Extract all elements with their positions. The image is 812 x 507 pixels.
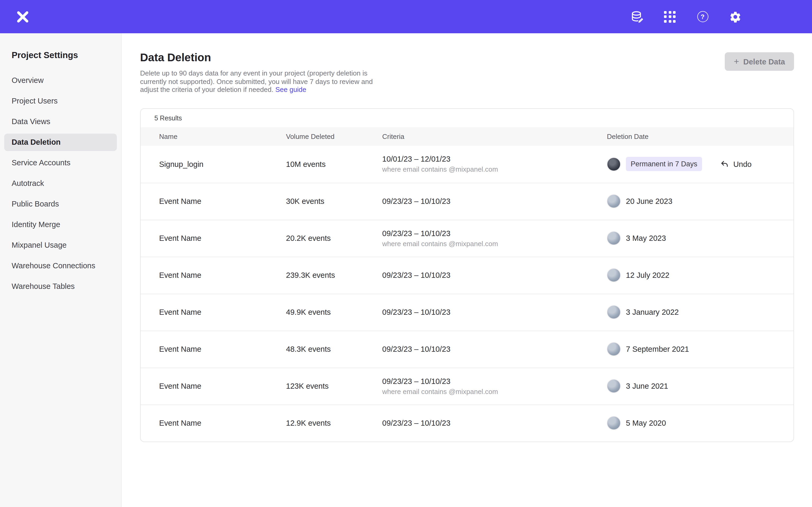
column-header-volume-deleted: Volume Deleted	[286, 127, 382, 146]
row-criteria: 09/23/23 – 10/10/23where email contains …	[382, 229, 607, 247]
table-row: Event Name239.3K events09/23/23 – 10/10/…	[141, 257, 794, 293]
row-volume: 12.9K events	[286, 419, 382, 427]
row-criteria: 09/23/23 – 10/10/23	[382, 308, 607, 316]
criteria-range: 09/23/23 – 10/10/23	[382, 197, 602, 206]
row-criteria: 09/23/23 – 10/10/23	[382, 271, 607, 279]
page-description: Delete up to 90 days data for any event …	[140, 69, 375, 94]
row-deletion-date: 20 June 2023	[607, 194, 783, 208]
avatar	[607, 305, 621, 319]
sidebar-item-project-users[interactable]: Project Users	[4, 93, 117, 110]
row-deletion-date: 3 June 2021	[607, 379, 783, 393]
help-glyph: ?	[697, 11, 708, 22]
sidebar-item-autotrack[interactable]: Autotrack	[4, 175, 117, 192]
avatar	[607, 194, 621, 208]
avatar	[607, 231, 621, 245]
undo-button[interactable]: Undo	[720, 160, 752, 168]
row-name: Signup_login	[159, 160, 286, 168]
row-criteria: 09/23/23 – 10/10/23	[382, 419, 607, 427]
page-title: Data Deletion	[140, 51, 794, 64]
row-criteria: 09/23/23 – 10/10/23	[382, 345, 607, 353]
table-row: Event Name48.3K events09/23/23 – 10/10/2…	[141, 330, 794, 367]
sidebar-item-data-views[interactable]: Data Views	[4, 113, 117, 130]
sidebar-item-warehouse-connections[interactable]: Warehouse Connections	[4, 257, 117, 275]
row-criteria: 10/01/23 – 12/01/23where email contains …	[382, 155, 607, 173]
data-management-icon[interactable]	[630, 10, 644, 23]
plus-icon: +	[734, 57, 739, 66]
row-volume: 123K events	[286, 382, 382, 390]
avatar	[607, 157, 621, 171]
sidebar-item-identity-merge[interactable]: Identity Merge	[4, 216, 117, 233]
criteria-range: 09/23/23 – 10/10/23	[382, 271, 602, 279]
criteria-range: 09/23/23 – 10/10/23	[382, 419, 602, 427]
avatar	[607, 416, 621, 430]
row-name: Event Name	[159, 345, 286, 353]
topbar-icon-group: ?	[630, 10, 812, 23]
row-name: Event Name	[159, 308, 286, 316]
column-header-criteria: Criteria	[382, 127, 607, 146]
results-count: 5 Results	[141, 109, 794, 127]
project-settings-sidebar: Project Settings OverviewProject UsersDa…	[0, 33, 121, 507]
table-row: Event Name12.9K events09/23/23 – 10/10/2…	[141, 404, 794, 441]
table-row: Signup_login10M events10/01/23 – 12/01/2…	[141, 146, 794, 182]
row-deletion-date: 5 May 2020	[607, 416, 783, 430]
row-volume: 48.3K events	[286, 345, 382, 353]
apps-grid-icon[interactable]	[663, 10, 677, 23]
row-criteria: 09/23/23 – 10/10/23	[382, 197, 607, 206]
undo-label: Undo	[733, 160, 752, 168]
avatar	[607, 379, 621, 393]
settings-gear-icon[interactable]	[728, 10, 742, 23]
avatar	[607, 342, 621, 356]
sidebar-item-warehouse-tables[interactable]: Warehouse Tables	[4, 278, 117, 295]
row-deletion-date: 3 January 2022	[607, 305, 783, 319]
page-header: Data Deletion Delete up to 90 days data …	[140, 51, 794, 94]
avatar	[607, 268, 621, 282]
row-deletion-date: Permanent in 7 DaysUndo	[607, 157, 783, 171]
sidebar-item-mixpanel-usage[interactable]: Mixpanel Usage	[4, 237, 117, 254]
page-description-text: Delete up to 90 days data for any event …	[140, 69, 373, 94]
table-row: Event Name123K events09/23/23 – 10/10/23…	[141, 367, 794, 404]
table-row: Event Name30K events09/23/23 – 10/10/232…	[141, 182, 794, 219]
sidebar-item-public-boards[interactable]: Public Boards	[4, 195, 117, 213]
apps-grid-glyph	[664, 11, 676, 22]
row-deletion-date: 3 May 2023	[607, 231, 783, 245]
criteria-range: 09/23/23 – 10/10/23	[382, 308, 602, 316]
row-name: Event Name	[159, 197, 286, 206]
deletion-table-card: 5 Results Name Volume Deleted Criteria D…	[140, 108, 794, 442]
sidebar-items: OverviewProject UsersData ViewsData Dele…	[4, 72, 117, 295]
table-header-row: Name Volume Deleted Criteria Deletion Da…	[141, 127, 794, 146]
deletion-date-text: 20 June 2023	[626, 197, 672, 206]
sidebar-title: Project Settings	[12, 50, 117, 60]
row-name: Event Name	[159, 382, 286, 390]
table-row: Event Name49.9K events09/23/23 – 10/10/2…	[141, 293, 794, 330]
row-deletion-date: 7 September 2021	[607, 342, 783, 356]
row-volume: 20.2K events	[286, 234, 382, 242]
row-deletion-date: 12 July 2022	[607, 268, 783, 282]
top-navigation-bar: ?	[0, 0, 812, 33]
row-volume: 30K events	[286, 197, 382, 206]
row-volume: 49.9K events	[286, 308, 382, 316]
undo-icon	[720, 160, 729, 168]
main-content: Data Deletion Delete up to 90 days data …	[121, 33, 812, 507]
help-icon[interactable]: ?	[696, 10, 709, 23]
deletion-date-text: 12 July 2022	[626, 271, 669, 279]
column-header-name: Name	[159, 127, 286, 146]
delete-data-button[interactable]: + Delete Data	[725, 52, 794, 71]
see-guide-link[interactable]: See guide	[275, 86, 306, 94]
deletion-date-text: 3 May 2023	[626, 234, 666, 242]
sidebar-item-data-deletion[interactable]: Data Deletion	[4, 133, 117, 151]
deletion-date-text: 3 January 2022	[626, 308, 679, 316]
deletion-date-text: 3 June 2021	[626, 382, 668, 390]
criteria-filter: where email contains @mixpanel.com	[382, 387, 602, 395]
column-header-deletion-date: Deletion Date	[607, 127, 783, 146]
row-name: Event Name	[159, 271, 286, 279]
app-window: ? Project Settings OverviewProject Users…	[0, 0, 812, 507]
row-name: Event Name	[159, 419, 286, 427]
mixpanel-logo[interactable]	[16, 10, 30, 23]
sidebar-item-service-accounts[interactable]: Service Accounts	[4, 154, 117, 172]
table-rows: Signup_login10M events10/01/23 – 12/01/2…	[141, 146, 794, 441]
row-volume: 10M events	[286, 160, 382, 168]
sidebar-item-overview[interactable]: Overview	[4, 72, 117, 89]
criteria-range: 09/23/23 – 10/10/23	[382, 229, 602, 237]
row-name: Event Name	[159, 234, 286, 242]
criteria-range: 10/01/23 – 12/01/23	[382, 155, 602, 163]
